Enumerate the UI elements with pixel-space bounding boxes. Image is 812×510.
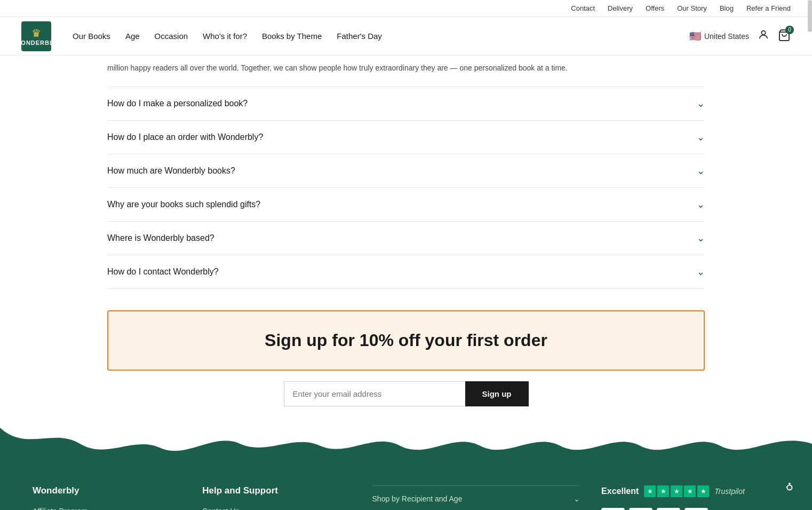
footer-grid: Wonderbly Affiliate Program Become a Won…: [33, 485, 779, 510]
email-input[interactable]: [284, 381, 465, 406]
signup-box: Sign up for 10% off your first order: [107, 310, 705, 371]
star-3: ★: [671, 485, 682, 497]
footer-wonderbly-title: Wonderbly: [33, 485, 181, 496]
signup-section: Sign up for 10% off your first order Sig…: [107, 310, 705, 406]
accessibility-button[interactable]: [778, 476, 801, 499]
faq-question-5: How do I contact Wonderbly?: [107, 267, 219, 277]
nav-right: 🇺🇸 United States 0: [689, 29, 791, 44]
footer-wave: [0, 428, 812, 460]
stars-row: ★ ★ ★ ★ ★: [644, 485, 709, 497]
country-label: United States: [704, 32, 749, 41]
footer-col-wonderbly: Wonderbly Affiliate Program Become a Won…: [33, 485, 181, 510]
faq-chevron-1: ⌄: [697, 131, 705, 143]
topbar-delivery[interactable]: Delivery: [608, 4, 633, 12]
faq-chevron-2: ⌄: [697, 165, 705, 177]
star-5: ★: [697, 485, 709, 497]
star-1: ★: [644, 485, 656, 497]
faq-list: How do I make a personalized book? ⌄ How…: [107, 87, 705, 289]
top-bar: Contact Delivery Offers Our Story Blog R…: [0, 0, 812, 17]
faq-question-4: Where is Wonderbly based?: [107, 233, 214, 243]
topbar-refer[interactable]: Refer a Friend: [746, 4, 791, 12]
footer-contact-us[interactable]: Contact Us: [202, 507, 351, 510]
nav-fathers-day[interactable]: Father's Day: [337, 32, 382, 41]
topbar-offers[interactable]: Offers: [646, 4, 664, 12]
logo-text: WONDERBLY: [15, 40, 58, 46]
scrollbar-thumb[interactable]: [808, 0, 812, 32]
star-4: ★: [684, 485, 696, 497]
faq-item-2[interactable]: How much are Wonderbly books? ⌄: [107, 154, 705, 188]
topbar-contact[interactable]: Contact: [571, 4, 595, 12]
footer-col-support: Help and Support Contact Us Delivery Inf…: [202, 485, 351, 510]
nav-our-books[interactable]: Our Books: [73, 32, 110, 41]
trustpilot-label: Trustpilot: [714, 487, 745, 496]
faq-item-0[interactable]: How do I make a personalized book? ⌄: [107, 87, 705, 121]
excellent-label: Excellent: [601, 487, 639, 496]
faq-chevron-5: ⌄: [697, 266, 705, 278]
country-selector[interactable]: 🇺🇸 United States: [689, 30, 749, 42]
faq-question-3: Why are your books such splendid gifts?: [107, 200, 260, 209]
footer: Wonderbly Affiliate Program Become a Won…: [0, 460, 812, 510]
signup-button[interactable]: Sign up: [465, 381, 529, 406]
nav-whos-it-for[interactable]: Who's it for?: [203, 32, 247, 41]
nav-occasion[interactable]: Occasion: [155, 32, 188, 41]
page-intro: million happy readers all over the world…: [107, 56, 705, 87]
topbar-blog[interactable]: Blog: [720, 4, 734, 12]
faq-item-3[interactable]: Why are your books such splendid gifts? …: [107, 188, 705, 222]
nav-books-by-theme[interactable]: Books by Theme: [262, 32, 322, 41]
faq-item-1[interactable]: How do I place an order with Wonderbly? …: [107, 121, 705, 154]
footer-col-shop: Shop by Recipient and Age ⌄ Shop by Occa…: [372, 485, 580, 510]
faq-question-0: How do I make a personalized book?: [107, 99, 248, 108]
main-content: million happy readers all over the world…: [86, 56, 726, 406]
nav-links: Our Books Age Occasion Who's it for? Boo…: [73, 32, 672, 41]
faq-question-2: How much are Wonderbly books?: [107, 166, 235, 176]
topbar-our-story[interactable]: Our Story: [677, 4, 707, 12]
accordion-recipient-age[interactable]: Shop by Recipient and Age ⌄: [372, 485, 580, 510]
faq-item-4[interactable]: Where is Wonderbly based? ⌄: [107, 222, 705, 255]
footer-affiliate[interactable]: Affiliate Program: [33, 507, 181, 510]
svg-point-0: [761, 30, 765, 34]
main-nav: ♛ WONDERBLY Our Books Age Occasion Who's…: [0, 17, 812, 56]
star-2: ★: [657, 485, 669, 497]
footer-col-trust: Excellent ★ ★ ★ ★ ★ Trustpilot AMEX ●● V…: [601, 485, 779, 510]
faq-chevron-0: ⌄: [697, 98, 705, 109]
user-icon[interactable]: [758, 29, 769, 44]
visa-card: VISA: [657, 508, 680, 510]
mastercard-card: ●●: [629, 508, 652, 510]
trustpilot-row: Excellent ★ ★ ★ ★ ★ Trustpilot: [601, 485, 779, 497]
footer-support-title: Help and Support: [202, 485, 351, 496]
signup-title: Sign up for 10% off your first order: [128, 331, 684, 350]
crown-icon: ♛: [15, 27, 58, 40]
faq-chevron-3: ⌄: [697, 199, 705, 210]
signup-form: Sign up: [107, 381, 705, 406]
faq-chevron-4: ⌄: [697, 232, 705, 244]
faq-item-5[interactable]: How do I contact Wonderbly? ⌄: [107, 255, 705, 289]
logo[interactable]: ♛ WONDERBLY: [21, 21, 51, 51]
accordion-chevron-0: ⌄: [574, 495, 580, 503]
cart-badge: 0: [785, 26, 794, 34]
payment-row: AMEX ●● VISA Pay: [601, 508, 779, 510]
flag-icon: 🇺🇸: [689, 30, 701, 42]
amex-card: AMEX: [601, 508, 625, 510]
applepay-card: Pay: [684, 508, 708, 510]
nav-age[interactable]: Age: [125, 32, 140, 41]
cart-icon[interactable]: 0: [778, 29, 791, 44]
faq-question-1: How do I place an order with Wonderbly?: [107, 132, 263, 142]
